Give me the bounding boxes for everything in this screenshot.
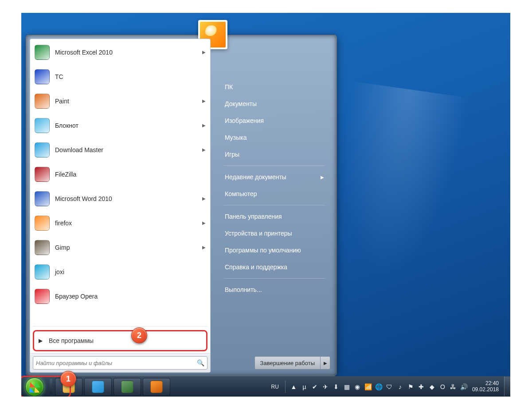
right-link[interactable]: Выполнить... [220, 281, 329, 298]
app-item-opera[interactable]: Браузер Opera [30, 284, 210, 308]
separator [224, 165, 325, 166]
system-tray: RU ▲µ✔✈⬇▦◉📶🌐🛡♪⚑✚◆O🖧🔊 22:40 09.02.2018 [266, 381, 504, 393]
app-label: Gimp [55, 244, 70, 251]
app-item-dm[interactable]: Download Master▶ [30, 138, 210, 162]
show-desktop-button[interactable] [504, 377, 510, 397]
telegram-icon [92, 381, 104, 393]
app-item-firefox[interactable]: firefox▶ [30, 211, 210, 235]
tray-nvidia-icon[interactable]: ◉ [354, 383, 361, 390]
clock-time: 22:40 [472, 381, 499, 387]
right-link-label: ПК [225, 83, 233, 90]
tray-up-icon[interactable]: ▲ [290, 383, 297, 390]
right-link[interactable]: ПК [220, 79, 329, 95]
search-icon: 🔍 [197, 359, 204, 366]
chevron-right-icon: ▶ [202, 50, 206, 55]
language-indicator[interactable]: RU [270, 383, 281, 391]
tray-adguard-icon[interactable]: ◆ [428, 383, 436, 390]
word-icon [33, 189, 51, 208]
right-link-label: Недавние документы [225, 173, 286, 181]
paint-icon [33, 92, 51, 110]
taskbar-app-task-manager[interactable] [113, 378, 141, 396]
task-manager-icon [121, 381, 133, 393]
right-link[interactable]: Справка и поддержка [220, 259, 329, 275]
tray-sound2-icon[interactable]: ♪ [396, 383, 404, 390]
app-label: FileZilla [55, 171, 76, 178]
tray-telegram-icon[interactable]: ✈ [322, 383, 329, 390]
right-link-label: Устройства и принтеры [225, 230, 292, 237]
tray-globe-icon[interactable]: 🌐 [375, 383, 383, 390]
app-item-totalcmd[interactable]: TC [30, 64, 210, 89]
app-label: Download Master [55, 146, 103, 153]
shutdown-label: Завершение работы [260, 360, 315, 366]
stage: Microsoft Excel 2010▶TCPaint▶Блокнот▶Dow… [0, 0, 532, 409]
right-link-label: Игры [225, 151, 239, 158]
tray-net-icon[interactable]: 🖧 [450, 383, 457, 390]
shutdown-button[interactable]: Завершение работы [254, 356, 321, 370]
opera-icon [33, 287, 51, 306]
taskbar-app-firefox[interactable] [143, 378, 170, 396]
app-item-joxi[interactable]: joxi [30, 260, 210, 284]
chevron-right-icon: ▶ [202, 98, 206, 103]
right-link[interactable]: Устройства и принтеры [220, 225, 329, 242]
start-menu-right-pane: ПКДокументыИзображенияМузыкаИгрыНедавние… [215, 39, 333, 372]
excel-icon [33, 43, 51, 62]
totalcmd-icon [33, 67, 51, 86]
joxi-icon [33, 263, 51, 281]
app-label: firefox [55, 220, 72, 227]
taskbar-divider [50, 379, 52, 395]
tray-check-icon[interactable]: ✔ [311, 383, 319, 390]
firefox-icon [150, 381, 163, 393]
right-link[interactable]: Компьютер [220, 185, 329, 202]
right-link[interactable]: Игры [220, 146, 329, 163]
right-link-label: Компьютер [225, 190, 257, 197]
tray-vol-icon[interactable]: 🔊 [460, 383, 468, 390]
right-link[interactable]: Панель управления [220, 208, 329, 225]
annotation-badge-2: 2 [131, 327, 147, 343]
app-item-filezilla[interactable]: FileZilla [30, 162, 210, 186]
tray-wifi-icon[interactable]: 📶 [364, 383, 372, 390]
right-link[interactable]: Документы [220, 95, 329, 112]
shutdown-group: Завершение работы ▶ [254, 356, 330, 370]
right-link[interactable]: Недавние документы▶ [220, 169, 329, 185]
chevron-right-icon: ▶ [321, 175, 324, 180]
app-item-notepad[interactable]: Блокнот▶ [30, 113, 210, 138]
tray-flag-icon[interactable]: ⚑ [407, 383, 415, 390]
tray-utorrent-icon[interactable]: µ [301, 383, 308, 390]
shutdown-options-button[interactable]: ▶ [321, 356, 330, 370]
taskbar: RU ▲µ✔✈⬇▦◉📶🌐🛡♪⚑✚◆O🖧🔊 22:40 09.02.2018 [21, 376, 510, 397]
taskbar-app-telegram[interactable] [84, 378, 112, 396]
right-link[interactable]: Изображения [220, 112, 329, 129]
right-link-label: Выполнить... [225, 286, 262, 293]
dm-icon [33, 141, 51, 159]
start-button[interactable] [25, 378, 44, 396]
search-box[interactable]: 🔍 [33, 356, 207, 370]
app-label: joxi [55, 268, 64, 275]
all-programs-label: Все программы [49, 337, 94, 344]
clock[interactable]: 22:40 09.02.2018 [472, 381, 501, 393]
desktop: Microsoft Excel 2010▶TCPaint▶Блокнот▶Dow… [21, 13, 510, 397]
right-link-label: Панель управления [225, 213, 282, 220]
app-label: TC [55, 73, 63, 80]
right-link-label: Музыка [225, 134, 247, 141]
tray-skrn-icon[interactable]: ▦ [343, 383, 351, 390]
start-menu: Microsoft Excel 2010▶TCPaint▶Блокнот▶Dow… [26, 35, 337, 376]
all-programs-button[interactable]: ▶ Все программы [33, 330, 207, 351]
tray-dm-icon[interactable]: ⬇ [332, 383, 340, 390]
search-input[interactable] [36, 360, 197, 366]
app-item-paint[interactable]: Paint▶ [30, 89, 210, 113]
tray-opera-icon[interactable]: O [439, 383, 446, 390]
right-link-label: Документы [225, 100, 257, 107]
app-item-word[interactable]: Microsoft Word 2010▶ [30, 186, 210, 211]
app-item-gimp[interactable]: Gimp▶ [30, 235, 210, 260]
right-link[interactable]: Программы по умолчанию [220, 242, 329, 259]
app-label: Microsoft Excel 2010 [55, 49, 113, 56]
right-link[interactable]: Музыка [220, 129, 329, 146]
app-label: Paint [55, 98, 69, 105]
clock-date: 09.02.2018 [472, 387, 499, 393]
tray-icons: ▲µ✔✈⬇▦◉📶🌐🛡♪⚑✚◆O🖧🔊 [290, 383, 468, 390]
chevron-right-icon: ▶ [202, 147, 206, 152]
tray-joxi-icon[interactable]: ✚ [418, 383, 425, 390]
gimp-icon [33, 238, 51, 257]
app-item-excel[interactable]: Microsoft Excel 2010▶ [30, 40, 210, 64]
tray-av-icon[interactable]: 🛡 [386, 383, 393, 390]
